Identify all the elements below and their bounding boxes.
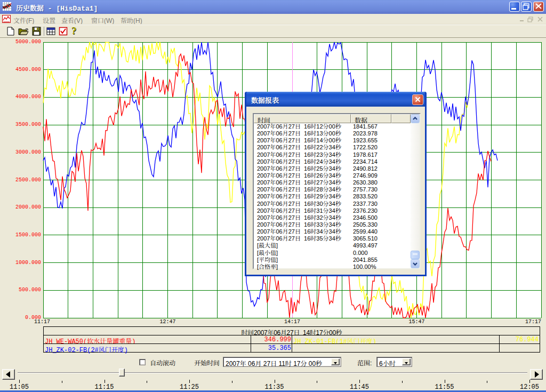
svg-text:?: ?: [71, 26, 77, 36]
